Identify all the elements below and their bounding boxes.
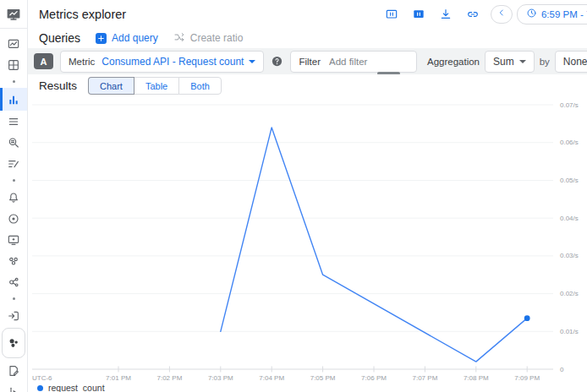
svg-text:UTC-6: UTC-6: [32, 374, 52, 382]
aggregation-label: Aggregation: [427, 57, 480, 67]
time-range-text: 6:59 PM - 7:0: [541, 9, 587, 19]
layout-columns-icon[interactable]: [382, 5, 401, 24]
svg-text:7:05 PM: 7:05 PM: [310, 374, 336, 382]
query-letter-badge: A: [34, 53, 53, 69]
svg-text:0.02/s: 0.02/s: [560, 290, 579, 297]
time-range-control: 6:59 PM - 7:0: [491, 4, 587, 24]
sidebar-item-cluster-dots-icon[interactable]: [2, 328, 25, 358]
metric-value: Consumed API - Request count: [101, 56, 244, 68]
aggregation-value: Sum: [493, 56, 514, 68]
svg-text:0: 0: [560, 366, 564, 373]
results-title: Results: [39, 79, 77, 92]
add-icon: [96, 33, 107, 44]
add-query-button[interactable]: Add query: [96, 32, 158, 44]
tab-both[interactable]: Both: [178, 77, 222, 95]
svg-text:0.03/s: 0.03/s: [560, 252, 579, 259]
svg-text:7:02 PM: 7:02 PM: [157, 374, 183, 382]
monitoring-logo-icon[interactable]: [0, 0, 27, 29]
chevron-left-icon: [496, 8, 507, 20]
svg-text:7:04 PM: 7:04 PM: [259, 374, 284, 382]
svg-text:0.04/s: 0.04/s: [560, 215, 579, 222]
svg-text:7:08 PM: 7:08 PM: [464, 374, 489, 382]
sidebar-item-trace-slope-icon[interactable]: [0, 153, 27, 174]
add-query-label: Add query: [112, 32, 158, 44]
tab-chart[interactable]: Chart: [88, 77, 134, 95]
sidebar-item-divider-dot: [0, 75, 27, 88]
metric-dropdown[interactable]: Consumed API - Request count: [101, 56, 255, 68]
sidebar-item-alerting-bell-icon[interactable]: [0, 187, 27, 208]
time-range-picker[interactable]: 6:59 PM - 7:0: [517, 4, 587, 24]
chevron-down-icon: [249, 60, 255, 63]
help-icon[interactable]: [271, 55, 283, 68]
svg-text:7:09 PM: 7:09 PM: [514, 374, 540, 382]
sidebar-item-display-screen-icon[interactable]: [0, 229, 27, 250]
sidebar: [0, 0, 28, 392]
sidebar-item-divider-dot: [0, 292, 27, 305]
clock-icon: [526, 8, 537, 20]
by-label: by: [540, 57, 550, 67]
group-by-dropdown[interactable]: None: [563, 56, 587, 68]
queries-title: Queries: [39, 31, 80, 45]
query-builder-row: A Metric Consumed API - Request count Fi…: [27, 48, 587, 74]
header-actions: [382, 5, 482, 24]
metric-label: Metric: [69, 57, 95, 67]
svg-text:7:06 PM: 7:06 PM: [361, 374, 387, 382]
svg-text:0.06/s: 0.06/s: [560, 139, 579, 146]
svg-text:7:07 PM: 7:07 PM: [413, 374, 438, 382]
svg-text:7:03 PM: 7:03 PM: [208, 374, 233, 382]
svg-text:7:01 PM: 7:01 PM: [106, 374, 131, 382]
sidebar-item-uptime-target-icon[interactable]: [0, 208, 27, 229]
aggregation-chip: Sum: [485, 51, 535, 73]
aggregation-dropdown[interactable]: Sum: [493, 56, 526, 68]
results-row: Results ChartTableBoth: [27, 74, 587, 97]
metric-chip: Metric Consumed API - Request count: [60, 51, 264, 73]
filter-label: Filter: [299, 57, 321, 67]
chart-legend: request_count: [37, 383, 105, 392]
sidebar-item-chart-frame-icon[interactable]: [0, 33, 27, 54]
chart-area: 00.01/s0.02/s0.03/s0.04/s0.05/s0.06/s0.0…: [27, 97, 587, 392]
link-icon[interactable]: [464, 5, 482, 24]
create-ratio-button[interactable]: Create ratio: [173, 31, 244, 46]
sidebar-item-share-graph-icon[interactable]: [0, 271, 27, 292]
sidebar-item-metrics-explorer-bars-icon[interactable]: [0, 88, 27, 111]
line-chart[interactable]: 00.01/s0.02/s0.03/s0.04/s0.05/s0.06/s0.0…: [27, 97, 587, 392]
layout-columns-filled-icon[interactable]: [409, 5, 428, 24]
sidebar-item-list-icon[interactable]: [0, 111, 27, 132]
header: Metrics explorer 6:59 PM - 7:0: [27, 0, 587, 29]
group-by-chip: None: [555, 51, 587, 73]
results-view-tabs: ChartTableBoth: [88, 77, 222, 95]
page-title: Metrics explorer: [39, 8, 126, 21]
legend-series-dot: [37, 385, 43, 391]
sidebar-item-dashboards-grid-icon[interactable]: [0, 54, 27, 75]
sidebar-item-expand-panel-icon[interactable]: [0, 381, 27, 392]
sidebar-item-divider-dot: [0, 174, 27, 187]
sidebar-item-log-search-icon[interactable]: [0, 132, 27, 153]
download-icon[interactable]: [436, 5, 455, 24]
chevron-down-icon: [519, 60, 526, 63]
sidebar-item-groups-icon[interactable]: [0, 250, 27, 271]
sidebar-item-release-notes-icon[interactable]: [0, 360, 27, 381]
group-by-value: None: [563, 56, 587, 68]
time-back-button[interactable]: [491, 5, 513, 24]
sidebar-nav: [0, 29, 27, 392]
create-ratio-label: Create ratio: [190, 32, 244, 44]
svg-text:0.05/s: 0.05/s: [560, 177, 579, 184]
legend-series-label: request_count: [48, 383, 105, 392]
svg-text:0.01/s: 0.01/s: [560, 328, 579, 335]
tab-table[interactable]: Table: [134, 77, 179, 95]
svg-text:0.07/s: 0.07/s: [560, 101, 579, 109]
create-ratio-icon: [173, 31, 185, 46]
queries-bar: Queries Add query Create ratio: [27, 28, 587, 48]
filter-input[interactable]: [327, 56, 409, 68]
filter-chip: Filter: [290, 51, 417, 73]
sidebar-item-sign-in-icon[interactable]: [0, 305, 27, 326]
